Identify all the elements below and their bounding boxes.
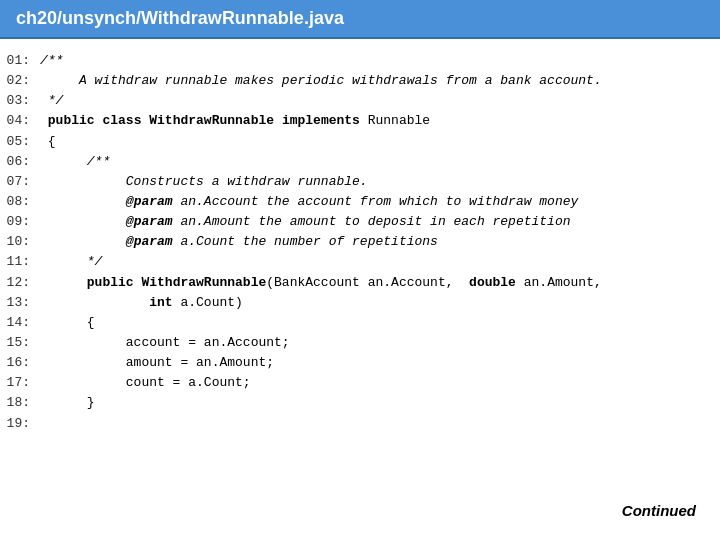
code-line-03: 03: */: [0, 91, 720, 111]
line-content-05: {: [36, 132, 56, 152]
line-num-08: 08:: [0, 192, 36, 212]
line-content-19: [36, 414, 40, 434]
code-line-04: 04: public class WithdrawRunnable implem…: [0, 111, 720, 131]
code-line-12: 12: public WithdrawRunnable(BankAccount …: [0, 273, 720, 293]
line-num-18: 18:: [0, 393, 36, 413]
code-line-11: 11: */: [0, 252, 720, 272]
continued-label: Continued: [622, 502, 696, 519]
code-line-15: 15: account = an.Account;: [0, 333, 720, 353]
line-content-17: count = a.Count;: [36, 373, 251, 393]
code-line-02: 02: A withdraw runnable makes periodic w…: [0, 71, 720, 91]
code-line-17: 17: count = a.Count;: [0, 373, 720, 393]
line-num-10: 10:: [0, 232, 36, 252]
line-num-07: 07:: [0, 172, 36, 192]
line-num-14: 14:: [0, 313, 36, 333]
line-num-03: 03:: [0, 91, 36, 111]
line-content-04: public class WithdrawRunnable implements…: [36, 111, 430, 131]
line-content-01: /**: [36, 51, 63, 71]
line-num-17: 17:: [0, 373, 36, 393]
line-content-15: account = an.Account;: [36, 333, 290, 353]
line-content-16: amount = an.Amount;: [36, 353, 274, 373]
line-content-02: A withdraw runnable makes periodic withd…: [36, 71, 602, 91]
line-num-01: 01:: [0, 51, 36, 71]
line-num-19: 19:: [0, 414, 36, 434]
code-line-19: 19:: [0, 414, 720, 434]
code-line-06: 06: /**: [0, 152, 720, 172]
line-content-18: }: [36, 393, 95, 413]
code-line-13: 13: int a.Count): [0, 293, 720, 313]
code-line-05: 05: {: [0, 132, 720, 152]
code-area: 01: /** 02: A withdraw runnable makes pe…: [0, 39, 720, 535]
code-line-10: 10: @param a.Count the number of repetit…: [0, 232, 720, 252]
line-num-02: 02:: [0, 71, 36, 91]
line-num-05: 05:: [0, 132, 36, 152]
line-content-06: /**: [36, 152, 110, 172]
line-num-15: 15:: [0, 333, 36, 353]
line-content-11: */: [36, 252, 102, 272]
code-line-18: 18: }: [0, 393, 720, 413]
code-line-01: 01: /**: [0, 51, 720, 71]
line-num-06: 06:: [0, 152, 36, 172]
title-bar: ch20/unsynch/WithdrawRunnable.java: [0, 0, 720, 39]
line-num-04: 04:: [0, 111, 36, 131]
line-content-10: @param a.Count the number of repetitions: [36, 232, 438, 252]
line-content-07: Constructs a withdraw runnable.: [36, 172, 368, 192]
line-content-14: {: [36, 313, 95, 333]
line-num-09: 09:: [0, 212, 36, 232]
line-num-13: 13:: [0, 293, 36, 313]
line-content-09: @param an.Amount the amount to deposit i…: [36, 212, 571, 232]
line-content-08: @param an.Account the account from which…: [36, 192, 578, 212]
line-num-16: 16:: [0, 353, 36, 373]
line-content-12: public WithdrawRunnable(BankAccount an.A…: [36, 273, 602, 293]
code-line-09: 09: @param an.Amount the amount to depos…: [0, 212, 720, 232]
line-num-11: 11:: [0, 252, 36, 272]
code-line-07: 07: Constructs a withdraw runnable.: [0, 172, 720, 192]
page-title: ch20/unsynch/WithdrawRunnable.java: [16, 8, 344, 28]
line-content-03: */: [36, 91, 63, 111]
code-line-08: 08: @param an.Account the account from w…: [0, 192, 720, 212]
code-line-16: 16: amount = an.Amount;: [0, 353, 720, 373]
code-line-14: 14: {: [0, 313, 720, 333]
line-num-12: 12:: [0, 273, 36, 293]
line-content-13: int a.Count): [36, 293, 243, 313]
